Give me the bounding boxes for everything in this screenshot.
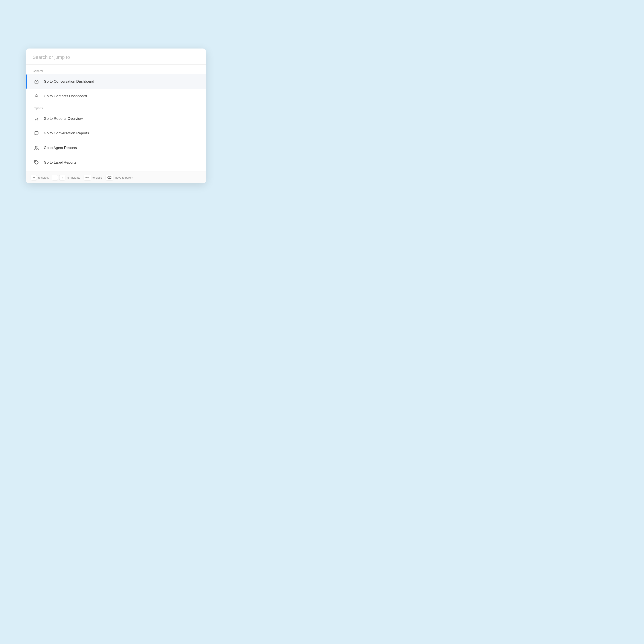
list-item-conv-reports[interactable]: Go to Conversation Reports: [26, 126, 206, 141]
select-hint: ↵ to select: [31, 175, 49, 180]
list-item-label-reports[interactable]: Go to Label Reports: [26, 155, 206, 170]
svg-point-10: [37, 147, 38, 148]
command-palette: General Go to Conversation Dashboard Go …: [26, 49, 206, 183]
label-reports-label: Go to Label Reports: [44, 160, 76, 165]
list-item-agent-reports[interactable]: Go to Agent Reports: [26, 141, 206, 155]
esc-key: esc: [84, 175, 91, 180]
agent-reports-label: Go to Agent Reports: [44, 146, 77, 150]
parent-hint: ⌫ move to parent: [106, 175, 133, 180]
svg-point-0: [36, 95, 37, 96]
enter-key: ↵: [31, 175, 37, 180]
chart-icon: [33, 115, 40, 123]
backspace-key: ⌫: [106, 175, 113, 180]
user-icon: [33, 92, 40, 100]
list-item-reports-overview[interactable]: Go to Reports Overview: [26, 111, 206, 126]
search-area: [26, 49, 206, 65]
conv-dashboard-label: Go to Conversation Dashboard: [44, 79, 94, 84]
close-hint: esc to close: [84, 175, 102, 180]
svg-point-9: [35, 146, 37, 148]
reports-overview-label: Go to Reports Overview: [44, 117, 83, 121]
agents-icon: [33, 144, 40, 152]
tag-icon: [33, 159, 40, 166]
home-icon: [33, 78, 40, 85]
navigate-hint: ↓ ↑ to navigate: [52, 175, 80, 180]
section-label-general: General: [26, 66, 206, 74]
list-item-contacts-dashboard[interactable]: Go to Contacts Dashboard: [26, 89, 206, 103]
search-input[interactable]: [33, 55, 199, 60]
section-label-reports: Reports: [26, 103, 206, 111]
list-item-conv-dashboard[interactable]: Go to Conversation Dashboard: [26, 74, 206, 89]
close-hint-text: to close: [93, 176, 102, 179]
keyboard-hints: ↵ to select ↓ ↑ to navigate esc to close…: [26, 172, 206, 183]
arrow-down-key: ↓: [52, 175, 58, 180]
navigate-hint-text: to navigate: [67, 176, 80, 179]
results-list: General Go to Conversation Dashboard Go …: [26, 65, 206, 172]
contacts-dashboard-label: Go to Contacts Dashboard: [44, 94, 87, 98]
conv-reports-label: Go to Conversation Reports: [44, 131, 89, 135]
arrow-up-key: ↑: [59, 175, 65, 180]
chat-icon: [33, 129, 40, 137]
select-hint-text: to select: [38, 176, 49, 179]
parent-hint-text: move to parent: [115, 176, 133, 179]
